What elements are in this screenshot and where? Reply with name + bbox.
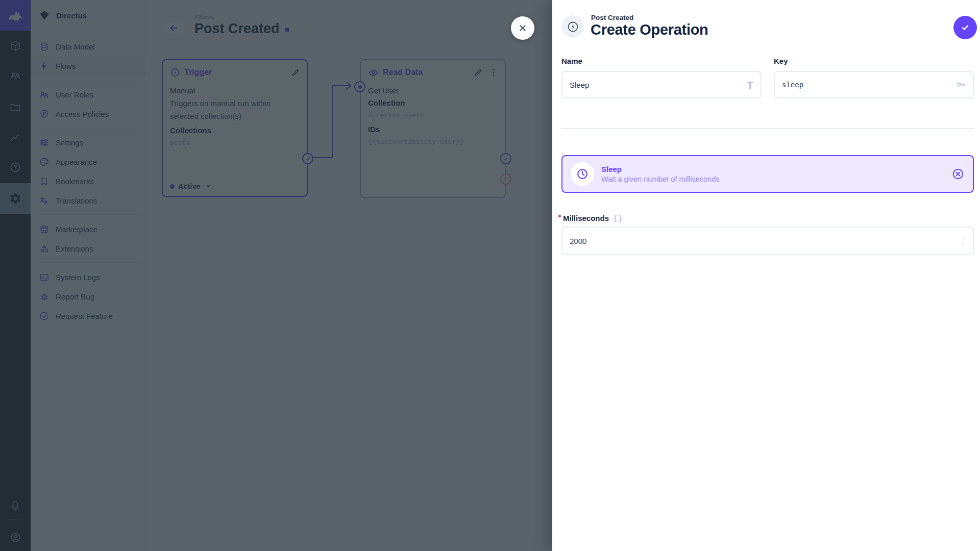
close-drawer-button[interactable] (511, 16, 534, 40)
clock-icon (576, 167, 589, 181)
key-input-wrapper (774, 71, 974, 98)
close-icon (517, 22, 528, 34)
operation-type-description: Wait a given number of milliseconds (601, 174, 720, 184)
drawer-header-chip (561, 15, 584, 38)
save-button[interactable] (953, 16, 977, 39)
drawer-title: Create Operation (591, 21, 708, 38)
milliseconds-input[interactable] (562, 228, 980, 254)
milliseconds-field-label: Milliseconds{} (558, 214, 624, 222)
raw-value-toggle-icon[interactable]: {} (613, 214, 624, 222)
milliseconds-input-wrapper (561, 227, 974, 255)
bolt-circle-icon (567, 20, 579, 33)
create-operation-drawer: Post Created Create Operation Name Key T… (552, 0, 980, 551)
operation-texts: Sleep Wait a given number of millisecond… (601, 164, 720, 184)
operation-icon-circle (571, 162, 594, 186)
milliseconds-label-text: Milliseconds (563, 214, 609, 222)
title-format-icon: T (747, 80, 753, 90)
selected-operation-sleep[interactable]: Sleep Wait a given number of millisecond… (561, 155, 974, 193)
check-icon (960, 22, 971, 33)
name-field-label: Name (561, 57, 582, 65)
name-input-wrapper: T (561, 71, 762, 98)
drawer-breadcrumb: Post Created (591, 14, 633, 21)
directus-app: Directus Data Model Flows User Roles Acc… (0, 0, 980, 551)
key-field-label: Key (774, 57, 788, 65)
key-input[interactable] (775, 72, 980, 97)
name-input[interactable] (562, 72, 790, 97)
key-icon (955, 79, 967, 90)
drawer-divider (561, 128, 974, 129)
required-dot (558, 215, 561, 217)
number-stepper[interactable] (960, 236, 967, 246)
operation-type-name: Sleep (601, 164, 720, 174)
stepper-down-icon[interactable] (960, 242, 967, 246)
stepper-up-icon[interactable] (960, 236, 967, 240)
circle-x-icon (951, 167, 965, 181)
deselect-operation-button[interactable] (951, 167, 965, 181)
drawer-overlay[interactable] (0, 0, 552, 551)
